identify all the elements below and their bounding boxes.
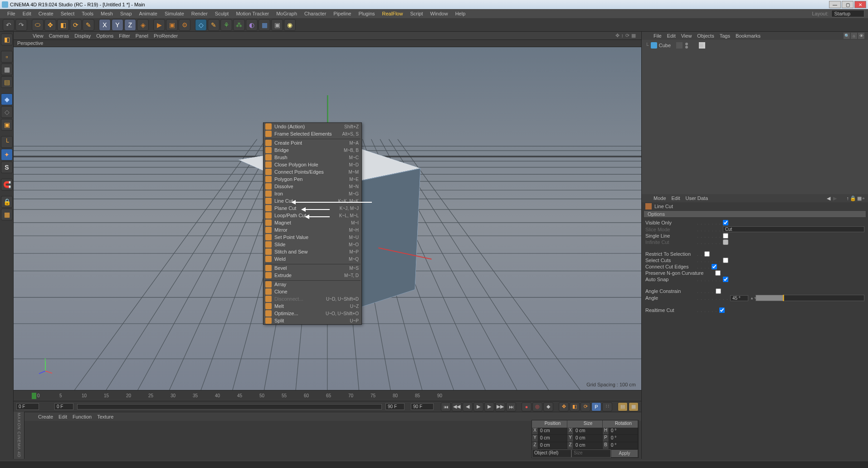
prev-frame-button[interactable]: ◀ xyxy=(463,402,473,411)
goto-end-button[interactable]: ⏭ xyxy=(506,402,516,411)
layout-dropdown[interactable]: Startup xyxy=(831,10,864,17)
ctx-clone[interactable]: Clone xyxy=(263,288,361,295)
phong-tag-icon[interactable]: ▦ xyxy=(699,42,705,49)
ctx-plane-cut[interactable]: Plane CutK~J, M~J xyxy=(263,205,361,212)
editable-button[interactable]: ◧ xyxy=(1,34,13,45)
vp-rotate-icon[interactable]: ⟳ xyxy=(625,33,629,39)
coord-sys-button[interactable]: ◈ xyxy=(137,19,149,31)
coords-pos-1[interactable]: 0 cm xyxy=(538,435,567,442)
make-preview-button[interactable]: ▦ xyxy=(629,402,639,411)
single-line-checkbox[interactable] xyxy=(723,233,728,239)
menubar-item-pipeline[interactable]: Pipeline xyxy=(330,11,355,16)
ctx-create-point[interactable]: Create PointM~A xyxy=(263,139,361,146)
vis-bot-dot[interactable] xyxy=(685,46,688,49)
select-cuts-checkbox[interactable] xyxy=(723,258,728,263)
polys-mode[interactable]: ▣ xyxy=(1,119,13,131)
texture-mode[interactable]: ▦ xyxy=(1,63,13,75)
apply-button[interactable]: Apply xyxy=(611,449,638,458)
ctx-bevel[interactable]: BevelM~S xyxy=(263,264,361,272)
snap-s-button[interactable]: S xyxy=(1,161,13,173)
mat-menu-function[interactable]: Function xyxy=(73,414,92,419)
edges-mode[interactable]: ◇ xyxy=(1,106,13,118)
vp-menu-options[interactable]: Options xyxy=(96,33,113,39)
preserve-ngon-checkbox[interactable] xyxy=(715,270,721,276)
menubar-item-simulate[interactable]: Simulate xyxy=(161,11,188,16)
scale-tool[interactable]: ◧ xyxy=(57,19,69,31)
redo-button[interactable]: ↷ xyxy=(15,19,27,31)
obj-menu-view[interactable]: View xyxy=(681,33,692,39)
maximize-button[interactable]: ▢ xyxy=(842,1,853,8)
record-button[interactable]: ● xyxy=(522,402,532,411)
auto-snap-checkbox[interactable] xyxy=(723,277,728,282)
connect-edges-checkbox[interactable] xyxy=(712,264,717,269)
mat-menu-texture[interactable]: Texture xyxy=(97,414,113,419)
maxon-tab[interactable]: MAXON CINEMA 4D xyxy=(14,412,24,459)
ctx-line-cut[interactable]: Line CutK~K, M~K xyxy=(263,197,361,205)
key-pos-button[interactable]: ✥ xyxy=(559,402,569,411)
ctx-stitch-and-sew[interactable]: Stitch and SewM~P xyxy=(263,248,361,255)
vp-nav-icon[interactable]: ✥ xyxy=(615,33,619,39)
menubar-item-script[interactable]: Script xyxy=(406,11,426,16)
attr-fwd-button[interactable]: ▶ xyxy=(833,195,837,201)
frame-end2-field[interactable] xyxy=(411,403,434,410)
attr-layers-icon[interactable]: ▦ xyxy=(857,195,862,201)
coords-rot-1[interactable]: 0 ° xyxy=(609,435,638,442)
object-tree[interactable]: └ Cube ▦ xyxy=(642,40,868,194)
attr-menu-edit[interactable]: Edit xyxy=(672,195,680,201)
menubar-item-window[interactable]: Window xyxy=(427,11,452,16)
ctx-connect-points-edges[interactable]: Connect Points/EdgesM~M xyxy=(263,168,361,176)
slice-mode-dropdown[interactable]: Cut xyxy=(723,226,864,232)
ctx-bridge[interactable]: BridgeM~B, B xyxy=(263,146,361,154)
close-button[interactable]: ✕ xyxy=(854,1,866,8)
points-mode[interactable]: ◆ xyxy=(1,93,13,105)
key-scale-button[interactable]: ◧ xyxy=(570,402,580,411)
primitive-button[interactable]: ◇ xyxy=(195,19,207,31)
select-tool[interactable]: ⬭ xyxy=(32,19,44,31)
ctx-frame-selected-elements[interactable]: Frame Selected ElementsAlt+S, S xyxy=(263,130,361,137)
ctx-slide[interactable]: SlideM~O xyxy=(263,241,361,248)
menubar-item-plugins[interactable]: Plugins xyxy=(355,11,378,16)
menubar-item-render[interactable]: Render xyxy=(188,11,211,16)
ctx-magnet[interactable]: MagnetM~I xyxy=(263,219,361,226)
undo-button[interactable]: ↶ xyxy=(3,19,15,31)
ctx-weld[interactable]: WeldM~Q xyxy=(263,255,361,263)
goto-start-button[interactable]: ⏮ xyxy=(441,402,451,411)
frame-start-field[interactable] xyxy=(16,403,39,410)
menubar-item-motion-tracker[interactable]: Motion Tracker xyxy=(232,11,273,16)
workplane-button[interactable]: 🔒 xyxy=(1,196,13,208)
snap-enable[interactable]: 🧲 xyxy=(1,179,13,190)
ctx-brush[interactable]: BrushM~C xyxy=(263,154,361,161)
attr-menu-user-data[interactable]: User Data xyxy=(686,195,708,201)
model-mode[interactable]: ▫ xyxy=(1,51,13,63)
vp-menu-prorender[interactable]: ProRender xyxy=(154,33,178,39)
menubar-item-create[interactable]: Create xyxy=(35,11,57,16)
vp-menu-filter[interactable]: Filter xyxy=(119,33,130,39)
coords-size-0[interactable]: 0 cm xyxy=(574,428,603,435)
menubar-item-tools[interactable]: Tools xyxy=(78,11,97,16)
points-anim-button[interactable]: ∷ xyxy=(602,402,612,411)
coords-pos-0[interactable]: 0 cm xyxy=(538,428,567,435)
minimize-button[interactable]: — xyxy=(829,1,841,8)
tree-item-cube[interactable]: └ Cube ▦ xyxy=(644,42,866,49)
attr-new-icon[interactable]: ▫ xyxy=(863,195,864,201)
camera-button[interactable]: ▣ xyxy=(271,19,283,31)
ctx-split[interactable]: SplitU~P xyxy=(263,317,361,324)
restrict-checkbox[interactable] xyxy=(704,251,710,257)
ctx-close-polygon-hole[interactable]: Close Polygon HoleM~D xyxy=(263,161,361,168)
menubar-item-file[interactable]: File xyxy=(4,11,19,16)
ctx-extrude[interactable]: ExtrudeM~T, D xyxy=(263,272,361,279)
attr-options-tab[interactable]: Options xyxy=(644,210,866,218)
vp-zoom-icon[interactable]: ↕ xyxy=(621,33,624,39)
mat-menu-edit[interactable]: Edit xyxy=(59,414,67,419)
coord-mode-dropdown[interactable]: Object (Rel) xyxy=(532,449,571,458)
layer-icon[interactable] xyxy=(676,42,683,49)
coords-size-2[interactable]: 0 cm xyxy=(574,442,603,449)
ctx-optimize-[interactable]: Optimize...U~O, U~Shift+O xyxy=(263,310,361,317)
render-view-button[interactable]: ▶ xyxy=(153,19,165,31)
preview-button[interactable]: ▤ xyxy=(618,402,628,411)
obj-menu-bookmarks[interactable]: Bookmarks xyxy=(736,33,761,39)
ctx-polygon-pen[interactable]: Polygon PenM~E xyxy=(263,176,361,183)
size-mode-dropdown[interactable]: Size xyxy=(571,449,611,458)
obj-home-icon[interactable]: ⌂ xyxy=(851,33,857,39)
menubar-item-mesh[interactable]: Mesh xyxy=(97,11,117,16)
